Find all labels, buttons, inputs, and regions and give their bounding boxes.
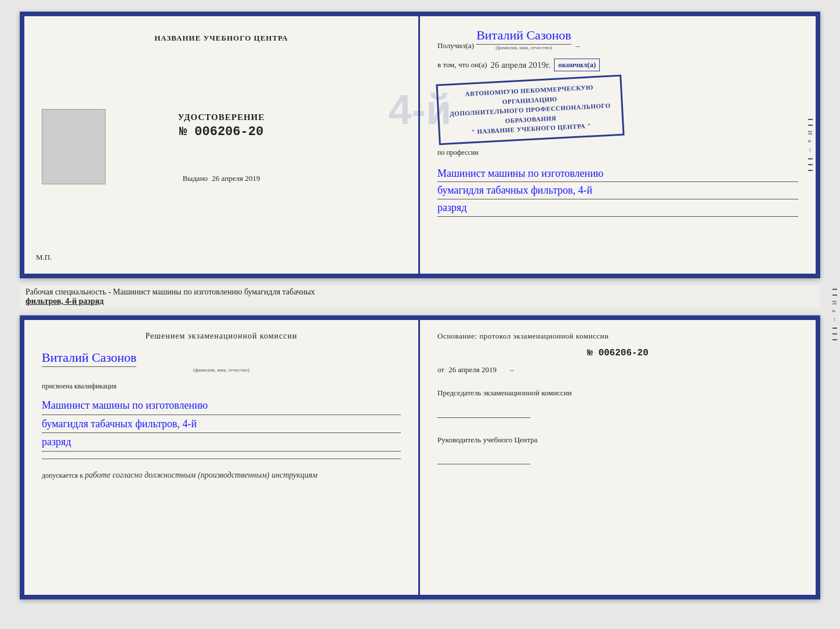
deco-b-letter-a: а <box>831 310 838 312</box>
recipient-prefix: Получил(а) <box>437 41 474 50</box>
bottom-right-decoration: И а ← <box>830 0 840 629</box>
director-label: Руководитель учебного Центра <box>437 434 798 446</box>
admission-prefix: допускается к <box>42 471 83 479</box>
deco-dash-4 <box>808 164 813 165</box>
stamp: АВТОНОМНУЮ НЕКОММЕРЧЕСКУЮ ОРГАНИЗАЦИЮ ДО… <box>436 75 624 145</box>
chairman-label: Председатель экзаменационной комиссии <box>437 387 798 399</box>
profession-line3: разряд <box>437 199 798 217</box>
date-from: от 26 апреля 2019 – <box>437 365 798 375</box>
diploma-right-panel: Получил(а) Виталий Сазонов (фамилия, имя… <box>420 16 816 274</box>
deco-dash-2 <box>808 125 813 126</box>
qualification-label: присвоена квалификация <box>42 382 401 391</box>
cert-heading: УДОСТОВЕРЕНИЕ <box>178 112 265 122</box>
school-name-title: НАЗВАНИЕ УЧЕБНОГО ЦЕНТРА <box>154 34 288 43</box>
profession-line1: Машинист машины по изготовлению <box>437 165 798 183</box>
recipient-name: Виталий Сазонов <box>476 28 571 45</box>
issued-label: Выдано <box>183 174 208 183</box>
basis-label: Основание: протокол экзаменационной коми… <box>437 332 798 341</box>
separator <box>42 459 401 459</box>
middle-text-line1: Рабочая специальность - Машинист машины … <box>26 288 315 296</box>
deco-letter-left: ← <box>807 147 814 154</box>
diploma-left-panel: НАЗВАНИЕ УЧЕБНОГО ЦЕНТРА УДОСТОВЕРЕНИЕ №… <box>24 16 420 274</box>
issued-date: 26 апреля 2019 <box>212 174 260 183</box>
deco-dash-3 <box>808 158 813 159</box>
admission-value: работе согласно должностным (производств… <box>85 471 317 479</box>
date-from-prefix: от <box>437 365 444 374</box>
commission-title: Решением экзаменационной комиссии <box>42 332 401 341</box>
issued-line: Выдано 26 апреля 2019 <box>183 174 260 183</box>
deco-b-dash-2 <box>832 294 837 296</box>
deco-dash-5 <box>808 170 813 171</box>
right-decoration: И а ← <box>805 16 816 274</box>
deco-b-dash-4 <box>832 333 837 335</box>
watermark-4: 4-й <box>389 86 451 133</box>
bottom-section: Решением экзаменационной комиссии Витали… <box>20 315 820 599</box>
mp-label: М.П. <box>36 253 52 262</box>
cert-number: № 006206-20 <box>179 125 263 139</box>
bottom-left-panel: Решением экзаменационной комиссии Витали… <box>24 320 420 595</box>
middle-text-line2: фильтров, 4-й разряд <box>26 297 104 306</box>
deco-b-dash-3 <box>832 328 837 329</box>
dash: – <box>576 41 580 50</box>
date-line: в том, что он(а) 26 апреля 2019г. окончи… <box>437 59 798 71</box>
qualification-text: Машинист машины по изготовлению бумагидл… <box>42 397 401 452</box>
director-signature-line <box>437 464 530 464</box>
deco-b-letter-left: ← <box>831 317 838 323</box>
qual-line2: бумагидля табачных фильтров, 4-й <box>42 415 401 434</box>
deco-b-letter-i: И <box>831 300 838 305</box>
date-prefix: в том, что он(а) <box>437 60 487 70</box>
deco-letter-i: И <box>807 130 814 135</box>
qual-line3: разряд <box>42 433 401 452</box>
profession-line2: бумагидля табачных фильтров, 4-й <box>437 182 798 199</box>
deco-b-dash-5 <box>832 339 837 340</box>
qual-line1: Машинист машины по изготовлению <box>42 397 401 415</box>
photo-placeholder <box>42 109 106 184</box>
deco-dash-1 <box>808 119 813 120</box>
bottom-person-name: Виталий Сазонов <box>42 350 136 367</box>
protocol-number: № 006206-20 <box>437 348 798 358</box>
bottom-person-subtitle: (фамилия, имя, отчество) <box>193 367 249 373</box>
deco-b-dash-1 <box>832 289 837 290</box>
deco-letter-a: а <box>807 140 814 143</box>
middle-text-section: Рабочая специальность - Машинист машины … <box>20 285 820 308</box>
recipient-subtitle: (фамилия, имя, отчество) <box>495 45 552 50</box>
finished-label: окончил(а) <box>554 59 600 71</box>
admission-text: допускается к работе согласно должностны… <box>42 471 401 480</box>
diploma-top: НАЗВАНИЕ УЧЕБНОГО ЦЕНТРА УДОСТОВЕРЕНИЕ №… <box>20 12 820 278</box>
chairman-signature-line <box>437 417 530 418</box>
recipient-line: Получил(а) Виталий Сазонов (фамилия, имя… <box>437 28 798 50</box>
profession-text: Машинист машины по изготовлению бумагидл… <box>437 165 798 217</box>
profession-label: по профессии <box>437 148 798 157</box>
date-dash: – <box>510 365 514 374</box>
bottom-right-panel: Основание: протокол экзаменационной коми… <box>420 320 816 595</box>
date-value: 26 апреля 2019г. <box>491 60 551 70</box>
date-from-value: 26 апреля 2019 <box>448 365 497 374</box>
